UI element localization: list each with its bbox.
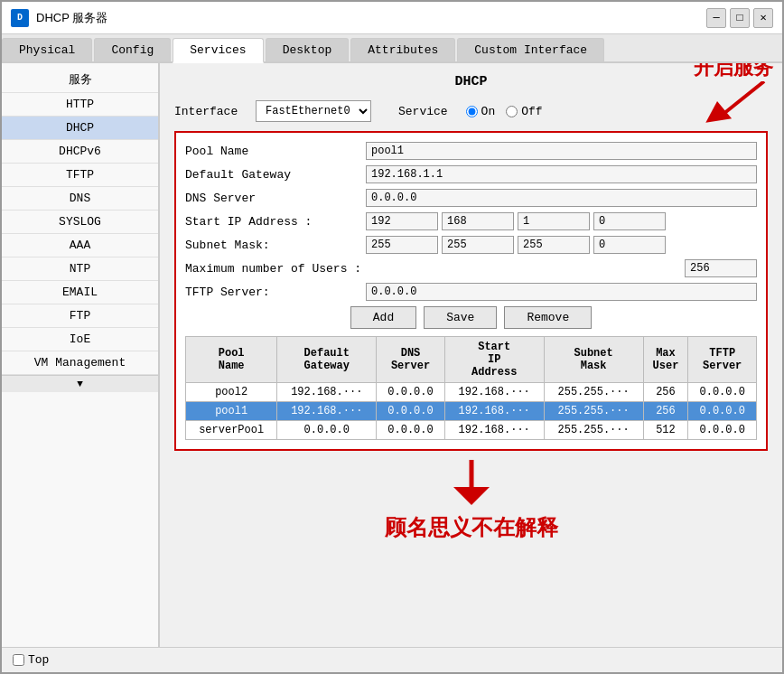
table-cell: 192.168.··· (444, 402, 544, 421)
table-row[interactable]: serverPool0.0.0.00.0.0.0192.168.···255.2… (186, 421, 757, 440)
tab-services[interactable]: Services (173, 38, 263, 63)
default-gateway-input[interactable] (366, 165, 757, 183)
service-off-label: Off (521, 105, 542, 118)
bottom-annotation-text: 顾名思义不在解释 (174, 513, 768, 542)
tab-desktop[interactable]: Desktop (266, 38, 350, 61)
table-cell: 255.255.··· (544, 402, 643, 421)
interface-row: Interface FastEthernet0 Service On Off (174, 100, 768, 122)
top-right-annotation-text: 开启服务 (694, 63, 773, 81)
col-dns-server: DNSServer (377, 337, 445, 383)
config-box: Pool Name Default Gateway DNS Server Sta… (174, 131, 768, 451)
title-bar-left: D DHCP 服务器 (11, 9, 107, 27)
max-users-row: Maximum number of Users : (185, 259, 757, 277)
service-off-input[interactable] (506, 106, 518, 117)
tab-physical[interactable]: Physical (2, 38, 92, 61)
col-pool-name: PoolName (186, 337, 277, 383)
tab-config[interactable]: Config (94, 38, 171, 61)
subnet-mask-4[interactable] (593, 236, 666, 254)
sidebar-item-dns[interactable]: DNS (2, 187, 158, 211)
sidebar-scroll-down[interactable]: ▼ (2, 375, 158, 392)
table-cell: 256 (643, 402, 688, 421)
subnet-mask-2[interactable] (442, 236, 514, 254)
start-ip-3[interactable] (518, 212, 590, 230)
pool-name-input[interactable] (366, 142, 757, 160)
sidebar-item-dhcp[interactable]: DHCP (2, 117, 158, 140)
panel-title: DHCP (174, 74, 768, 89)
subnet-mask-label: Subnet Mask: (185, 239, 366, 252)
service-on-radio[interactable]: On (466, 105, 496, 118)
window-title: DHCP 服务器 (36, 10, 107, 26)
start-ip-1[interactable] (366, 212, 438, 230)
table-cell: 0.0.0.0 (688, 421, 757, 440)
max-users-label: Maximum number of Users : (185, 262, 685, 276)
table-cell: 192.168.··· (444, 383, 544, 402)
tab-bar: Physical Config Services Desktop Attribu… (2, 34, 782, 63)
tftp-label: TFTP Server: (185, 286, 366, 299)
table-cell: 0.0.0.0 (377, 421, 445, 440)
sidebar-item-syslog[interactable]: SYSLOG (2, 211, 158, 234)
default-gateway-label: Default Gateway (185, 168, 366, 182)
start-ip-row: Start IP Address : (185, 212, 757, 230)
close-button[interactable]: ✕ (753, 8, 773, 28)
minimize-button[interactable]: — (706, 8, 726, 28)
sidebar: 服务 HTTP DHCP DHCPv6 TFTP DNS SYSLOG AAA … (2, 63, 160, 647)
table-cell: 255.255.··· (544, 421, 643, 440)
table-cell: 512 (643, 421, 688, 440)
max-users-input[interactable] (685, 259, 757, 277)
col-subnet-mask: SubnetMask (544, 337, 643, 383)
table-cell: 255.255.··· (544, 383, 643, 402)
title-controls: — □ ✕ (706, 8, 773, 28)
table-cell: 192.168.··· (277, 402, 377, 421)
maximize-button[interactable]: □ (730, 8, 750, 28)
dns-server-input[interactable] (366, 189, 757, 207)
sidebar-item-dhcpv6[interactable]: DHCPv6 (2, 140, 158, 164)
sidebar-item-ftp[interactable]: FTP (2, 304, 158, 328)
dns-server-row: DNS Server (185, 189, 757, 207)
sidebar-item-vm-management[interactable]: VM Management (2, 351, 158, 375)
table-cell: 0.0.0.0 (377, 402, 445, 421)
col-max-user: MaxUser (643, 337, 688, 383)
table-cell: 0.0.0.0 (277, 421, 377, 440)
sidebar-item-services[interactable]: 服务 (2, 67, 158, 93)
interface-select[interactable]: FastEthernet0 (256, 100, 371, 122)
dns-server-label: DNS Server (185, 192, 366, 205)
bottom-bar: Top (2, 647, 782, 672)
top-checkbox-text: Top (28, 653, 49, 667)
start-ip-4[interactable] (593, 212, 666, 230)
table-row[interactable]: pool1192.168.···0.0.0.0192.168.···255.25… (186, 402, 757, 421)
sidebar-item-http[interactable]: HTTP (2, 93, 158, 117)
subnet-mask-3[interactable] (518, 236, 590, 254)
tab-attributes[interactable]: Attributes (350, 38, 455, 61)
sidebar-item-aaa[interactable]: AAA (2, 234, 158, 257)
default-gateway-row: Default Gateway (185, 165, 757, 183)
sidebar-item-ioe[interactable]: IoE (2, 328, 158, 351)
service-on-input[interactable] (466, 106, 478, 117)
pool-table: PoolName DefaultGateway DNSServer StartI… (185, 336, 757, 440)
sidebar-item-tftp[interactable]: TFTP (2, 164, 158, 187)
service-off-radio[interactable]: Off (506, 105, 542, 118)
table-cell: 256 (643, 383, 688, 402)
title-bar: D DHCP 服务器 — □ ✕ (2, 2, 782, 34)
service-label: Service (398, 105, 448, 118)
table-row[interactable]: pool2192.168.···0.0.0.0192.168.···255.25… (186, 383, 757, 402)
app-icon: D (11, 9, 29, 27)
sidebar-item-ntp[interactable]: NTP (2, 257, 158, 281)
col-default-gateway: DefaultGateway (277, 337, 377, 383)
subnet-mask-row: Subnet Mask: (185, 236, 757, 254)
start-ip-2[interactable] (442, 212, 514, 230)
col-start-ip: StartIPAddress (444, 337, 544, 383)
tab-custom-interface[interactable]: Custom Interface (457, 38, 604, 61)
svg-marker-1 (453, 487, 490, 505)
main-content: 服务 HTTP DHCP DHCPv6 TFTP DNS SYSLOG AAA … (2, 63, 782, 647)
top-checkbox-label[interactable]: Top (13, 653, 49, 667)
remove-button[interactable]: Remove (504, 306, 592, 329)
sidebar-item-email[interactable]: EMAIL (2, 281, 158, 304)
save-button[interactable]: Save (424, 306, 497, 329)
tftp-input[interactable] (366, 283, 757, 301)
add-button[interactable]: Add (350, 306, 416, 329)
col-tftp-server: TFTPServer (688, 337, 757, 383)
subnet-mask-1[interactable] (366, 236, 438, 254)
table-cell: pool2 (186, 383, 277, 402)
top-checkbox[interactable] (13, 654, 24, 666)
start-ip-label: Start IP Address : (185, 215, 366, 229)
